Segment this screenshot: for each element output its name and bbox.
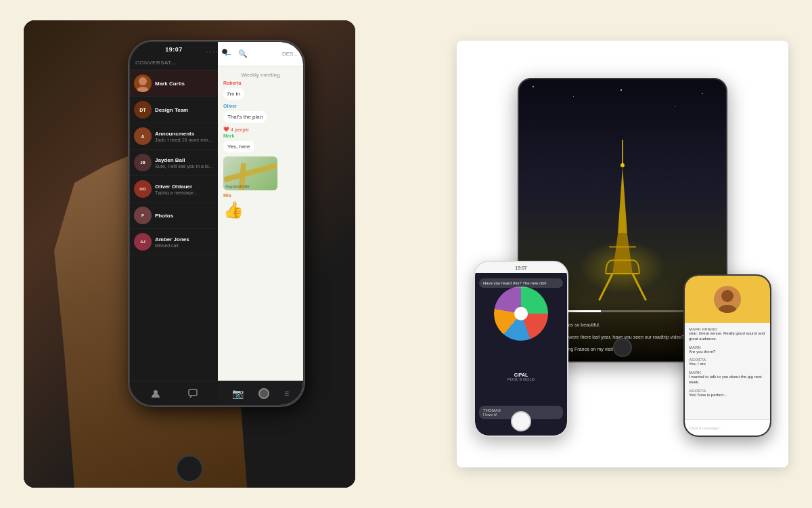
music-center-dot (514, 307, 528, 320)
conv-info: Oliver Ohlauer Typing a message... (155, 184, 214, 195)
rp-input-bar: Type a message... (685, 419, 770, 436)
msg-text: That's the plan (223, 111, 267, 123)
rp-msg-text-2: Are you there? (689, 350, 766, 355)
conv-avatar: AJ (134, 233, 152, 251)
chat-messages: Weekly meeting Roberta I'm in Oliver Tha… (218, 66, 303, 382)
conv-name: Design Team (155, 107, 214, 113)
msg-text: Yes, here (223, 141, 254, 152)
ipad-home-button[interactable] (613, 338, 632, 357)
phone-frame: 19:07 CONVERSAT... Mark Curtis (129, 41, 304, 406)
msg-mia: Mia 👍 (223, 193, 298, 219)
map-label: Auguststraße (225, 184, 250, 188)
msg-sender-mia: Mia (223, 193, 298, 198)
conv-item-oliver[interactable]: OO Oliver Ohlauer Typing a message... (130, 176, 218, 203)
msg-sender-roberta: Roberta (223, 81, 298, 85)
small-phone-screen: 19:07 Have you heard this? The new cibl! (475, 262, 567, 436)
svg-point-1 (137, 87, 149, 92)
layers-toolbar-icon[interactable]: ≡ (284, 389, 289, 398)
rp-input-placeholder[interactable]: Type a message... (689, 426, 722, 430)
conv-name: Announcments (155, 131, 214, 137)
sp-time: 19:07 (515, 266, 527, 270)
rp-msg-4: MARK I wanted to talk to you about the g… (689, 371, 766, 385)
speaker (206, 51, 218, 53)
phone-camera (206, 49, 227, 54)
conversation-list: Mark Curtis DT Design Team A (130, 70, 218, 255)
conv-name: Photos (155, 213, 214, 219)
conv-item-photos[interactable]: P Photos (130, 203, 218, 229)
speaker-dot (216, 51, 218, 53)
conv-info: Design Team (155, 107, 214, 113)
search-icon[interactable]: 🔍 (238, 49, 248, 58)
chat-header: ← 🔍 DES... (218, 42, 303, 66)
conv-item-announcments[interactable]: A Announcments Jack: I need 10 more min.… (130, 123, 218, 150)
conv-preview: Missed call (155, 243, 214, 248)
phone-bottom-toolbar: 📷 ≡ (218, 381, 303, 405)
music-info: CIPAL FOOL'S GOLD (475, 373, 567, 381)
map-thumbnail: Auguststraße (223, 156, 277, 190)
rp-msg-5: AGOSTA Yes! Now is perfect... (689, 389, 766, 398)
msg-oliver: Oliver That's the plan (223, 104, 298, 123)
rp-top-avatar-area (685, 276, 770, 323)
meeting-label: Weekly meeting (223, 72, 298, 78)
conv-avatar: JB (134, 154, 152, 171)
conv-info: Jayden Ball Sure, I will see you in a bi… (155, 157, 214, 169)
rp-avatar (714, 286, 741, 313)
sp-top-message: Have you heard this? The new cibl! (479, 278, 563, 288)
small-phone-home-button[interactable] (511, 411, 531, 431)
phone-screen: 19:07 CONVERSAT... Mark Curtis (130, 42, 303, 405)
rp-msg-text-4: I wanted to talk to you about the gig ne… (689, 375, 766, 385)
camera-dot (222, 49, 227, 54)
phone-home-button[interactable] (176, 455, 203, 482)
phone-header: CONVERSAT... (130, 57, 218, 70)
phone-left-panel: 19:07 CONVERSAT... Mark Curtis (130, 42, 218, 405)
sp-top-text: Have you heard this? The new cibl! (483, 281, 559, 285)
rp-chat-list: MARK FRIEND year, Great venue. Really go… (685, 323, 770, 419)
conv-item-amber[interactable]: AJ Amber Jones Missed call (130, 229, 218, 255)
conv-avatar (134, 75, 152, 92)
rp-msg-text-3: Yes, I am (689, 362, 766, 367)
music-title: CIPAL (475, 373, 567, 377)
phone-right-panel: ← 🔍 DES... Weekly meeting Roberta I'm in… (218, 42, 303, 405)
conv-preview: Typing a message... (155, 190, 214, 195)
conv-name: Jayden Ball (155, 157, 214, 163)
svg-point-13 (721, 290, 734, 302)
msg-sender-mark: Mark (223, 133, 298, 138)
right-section: ▶ ELIZABETH Paris last night. It was so … (457, 41, 788, 467)
status-bar: 19:07 (130, 42, 218, 57)
rp-msg-text-1: year, Great venue. Really good sound and… (689, 331, 766, 342)
chat-nav-icon[interactable] (187, 388, 198, 399)
svg-marker-5 (618, 167, 627, 234)
conv-avatar: OO (134, 180, 152, 198)
conv-avatar: A (134, 127, 152, 145)
people-count-text: 4 people (231, 127, 249, 132)
msg-sender-oliver: Oliver (223, 104, 298, 108)
conv-name: Mark Curtis (155, 81, 214, 87)
conv-info: Mark Curtis (155, 81, 214, 87)
speaker-dot (209, 51, 211, 53)
msg-text: I'm in (223, 88, 244, 100)
rp-msg-text-5: Yes! Now is perfect... (689, 393, 766, 398)
svg-point-0 (139, 77, 147, 85)
music-artwork (494, 287, 548, 341)
conv-info: Photos (155, 213, 214, 219)
conv-item-design-team[interactable]: DT Design Team (130, 97, 218, 123)
camera-toolbar-icon[interactable]: 📷 (232, 388, 244, 399)
music-subtitle: FOOL'S GOLD (475, 377, 567, 381)
conv-preview: Jack: I need 10 more min... (155, 137, 214, 142)
small-phone-right: MARK FRIEND year, Great venue. Really go… (683, 274, 771, 437)
record-toolbar-icon[interactable] (258, 388, 269, 399)
rp-screen: MARK FRIEND year, Great venue. Really go… (685, 276, 770, 436)
conv-info: Announcments Jack: I need 10 more min... (155, 131, 214, 142)
left-section: 19:07 CONVERSAT... Mark Curtis (24, 20, 355, 488)
conv-item-jayden[interactable]: JB Jayden Ball Sure, I will see you in a… (130, 150, 218, 176)
conv-item-mark-curtis[interactable]: Mark Curtis (130, 70, 218, 97)
small-phone-left: 19:07 Have you heard this? The new cibl! (474, 261, 568, 437)
sp-status-bar: 19:07 (475, 262, 567, 273)
conversations-title: CONVERSAT... (135, 60, 212, 66)
profile-nav-icon[interactable] (150, 388, 161, 399)
devices-container: ▶ ELIZABETH Paris last night. It was so … (467, 58, 778, 450)
svg-rect-3 (189, 389, 197, 396)
people-count: ❤️ 4 people (223, 127, 298, 132)
conv-name: Amber Jones (155, 236, 214, 242)
conv-preview: Sure, I will see you in a bi... (155, 164, 214, 169)
